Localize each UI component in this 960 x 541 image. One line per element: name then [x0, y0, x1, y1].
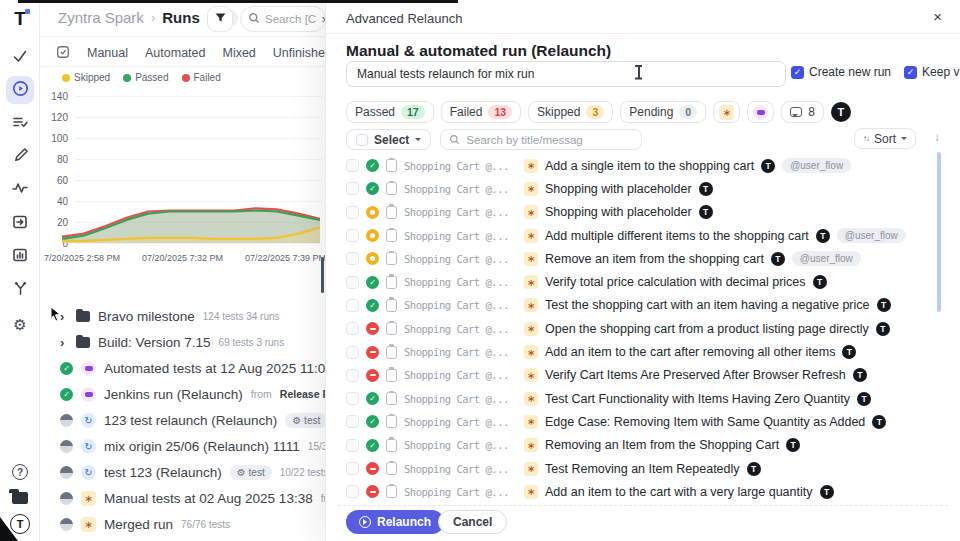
modal-scrollbar[interactable]: [937, 152, 941, 312]
test-list-item[interactable]: Shopping Cart @... ∗ Test Removing an It…: [346, 457, 946, 480]
test-list-item[interactable]: Shopping Cart @... ∗ Add an item to the …: [346, 480, 946, 503]
author-avatar: T: [813, 275, 827, 289]
test-checkbox[interactable]: [346, 252, 359, 265]
test-list-item[interactable]: ✓ Shopping Cart @... ∗ Removing an Item …: [346, 434, 946, 457]
help-nav-item[interactable]: ?: [6, 458, 34, 486]
branches-nav-item[interactable]: [6, 276, 34, 304]
test-list-item[interactable]: Shopping Cart @... ∗ Remove an item from…: [346, 247, 946, 270]
test-list-item[interactable]: Shopping Cart @... ∗ Verify Cart Items A…: [346, 364, 946, 387]
test-list-item[interactable]: ✓ Shopping Cart @... ∗ Shopping with pla…: [346, 177, 946, 200]
test-list-item[interactable]: ✓ Shopping Cart @... ∗ Add a single item…: [346, 154, 946, 177]
clipboard-icon: [386, 415, 397, 428]
breadcrumb-separator: ›: [151, 10, 155, 25]
test-checkbox[interactable]: [346, 322, 359, 335]
expand-chevron-icon[interactable]: ›: [60, 335, 68, 350]
projects-nav-item[interactable]: [6, 484, 34, 512]
test-list-item[interactable]: Shopping Cart @... ∗ Shopping with place…: [346, 201, 946, 224]
test-checkbox[interactable]: [346, 369, 359, 382]
clipboard-icon: [386, 159, 397, 172]
test-status-icon: [366, 229, 379, 242]
status-filter-chip[interactable]: Passed 17: [346, 101, 434, 123]
run-list-item[interactable]: › ↻ mix origin 25/06 (Relaunch) 1111 15/…: [40, 433, 330, 459]
tests-search[interactable]: Search by title/messag: [440, 129, 642, 150]
runs-nav-item-active[interactable]: [6, 76, 34, 104]
tab-item[interactable]: Automated: [145, 46, 205, 60]
status-filter-chip[interactable]: Pending 0: [620, 101, 706, 123]
run-list-item[interactable]: › ↻ test 123 (Relaunch) ⚙ test 10/22 tes…: [40, 459, 330, 485]
cancel-button[interactable]: Cancel: [438, 510, 507, 534]
status-filter-chip[interactable]: Skipped 3: [528, 101, 613, 123]
close-icon[interactable]: ×: [933, 8, 942, 25]
checkbox-checked-icon[interactable]: ✓: [904, 66, 917, 79]
checks-nav-item[interactable]: [6, 44, 34, 72]
test-list-item[interactable]: ✓ Shopping Cart @... ∗ Verify total pric…: [346, 270, 946, 293]
run-list-item[interactable]: › ∗ Merged run 76/76 tests: [40, 511, 330, 537]
test-checkbox[interactable]: [346, 462, 359, 475]
comments-filter-chip[interactable]: 8: [781, 101, 824, 123]
test-list-item[interactable]: ✓ Shopping Cart @... ∗ Test the shopping…: [346, 294, 946, 317]
filter-button[interactable]: [207, 6, 233, 32]
clipboard-icon: [386, 182, 397, 195]
pencil-icon: [13, 148, 28, 167]
checkbox-checked-icon[interactable]: ✓: [791, 66, 804, 79]
test-checkbox[interactable]: [346, 182, 359, 195]
tag-badge: ⚙ test: [230, 465, 272, 480]
test-checkbox[interactable]: [346, 439, 359, 452]
test-status-icon: [366, 252, 379, 265]
select-dropdown[interactable]: Select: [346, 129, 431, 150]
automated-filter-chip[interactable]: [747, 101, 774, 123]
run-name-input[interactable]: [346, 61, 786, 87]
assignee-avatar[interactable]: T: [831, 102, 851, 122]
test-checkbox[interactable]: [346, 299, 359, 312]
test-checkbox[interactable]: [346, 346, 359, 359]
sort-dropdown[interactable]: ↑↓ Sort: [854, 128, 916, 149]
breadcrumb-project[interactable]: Zyntra Spark: [58, 9, 144, 26]
test-tag: @user_flow: [782, 158, 851, 173]
option-checkbox[interactable]: ✓ Create new run: [791, 65, 891, 79]
download-icon[interactable]: ↓: [934, 130, 940, 144]
run-list-item[interactable]: › ✓ Jenkins run (Relaunch) from Release …: [40, 381, 330, 407]
clipboard-icon: [386, 229, 397, 242]
select-all-icon[interactable]: [56, 45, 70, 62]
run-list-item[interactable]: › ∗ Manual tests at 02 Aug 2025 13:38 fr…: [40, 485, 330, 511]
relaunch-button[interactable]: Relaunch: [346, 510, 444, 534]
tab-item[interactable]: Manual: [87, 46, 128, 60]
test-status-icon: [366, 346, 379, 359]
main-scrollbar[interactable]: [321, 257, 324, 293]
test-checkbox[interactable]: [346, 206, 359, 219]
manual-filter-chip[interactable]: ∗: [713, 101, 740, 123]
funnel-icon: [214, 10, 227, 28]
gear-icon: ⚙: [13, 317, 26, 332]
run-list-item[interactable]: › Bravo milestone 124 tests 34 runs: [40, 303, 330, 329]
edit-nav-item[interactable]: [6, 143, 34, 171]
test-list-item[interactable]: Shopping Cart @... ∗ Add multiple differ…: [346, 224, 946, 247]
divider: [40, 36, 330, 37]
test-checkbox[interactable]: [346, 229, 359, 242]
tab-item[interactable]: Mixed: [222, 46, 255, 60]
plans-nav-item[interactable]: [6, 110, 34, 138]
test-list-item[interactable]: ✓ Shopping Cart @... ∗ Test Cart Functio…: [346, 387, 946, 410]
run-list-item[interactable]: › Build: Version 7.15 69 tests 3 runs: [40, 329, 330, 355]
run-list-item[interactable]: › ↻ 123 test relaunch (Relaunch) ⚙ test …: [40, 407, 330, 433]
test-checkbox[interactable]: [346, 415, 359, 428]
select-checkbox[interactable]: [356, 134, 368, 146]
test-list-item[interactable]: Shopping Cart @... ∗ Open the shopping c…: [346, 317, 946, 340]
settings-nav-item[interactable]: ⚙: [6, 310, 34, 338]
test-checkbox[interactable]: [346, 159, 359, 172]
status-filter-chip[interactable]: Failed 13: [441, 101, 521, 123]
run-type-icon: ∗: [81, 491, 96, 506]
test-checkbox[interactable]: [346, 276, 359, 289]
run-list-item[interactable]: › ✓ Automated tests at 12 Aug 2025 11:08…: [40, 355, 330, 381]
test-list-item[interactable]: Shopping Cart @... ∗ Add an item to the …: [346, 340, 946, 363]
test-checkbox[interactable]: [346, 392, 359, 405]
reports-nav-item[interactable]: [6, 243, 34, 271]
header-search[interactable]: Search [C ×: [240, 6, 326, 32]
test-checkbox[interactable]: [346, 485, 359, 498]
import-nav-item[interactable]: [6, 210, 34, 238]
test-list-item[interactable]: ✓ Shopping Cart @... ∗ Edge Case: Removi…: [346, 410, 946, 433]
option-checkbox[interactable]: ✓ Keep values ?: [904, 65, 960, 79]
analytics-nav-item[interactable]: [6, 176, 34, 204]
text-cursor: [634, 64, 643, 80]
tab-item[interactable]: Unfinished: [273, 46, 332, 60]
brand-logo[interactable]: T: [9, 8, 31, 30]
